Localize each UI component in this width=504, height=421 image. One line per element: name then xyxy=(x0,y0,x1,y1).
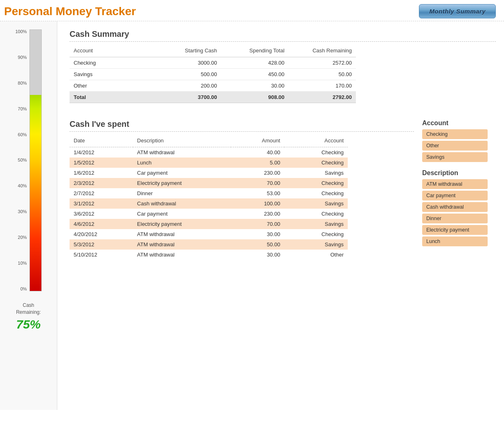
summary-starting: 3000.00 xyxy=(154,57,221,69)
description-filter-tag[interactable]: Lunch xyxy=(422,236,488,246)
spent-amount: 230.00 xyxy=(231,168,284,178)
spent-account: Checking xyxy=(284,147,348,158)
spent-account: Other xyxy=(284,250,348,260)
pct-20: 20% xyxy=(15,235,27,240)
summary-spending: 450.00 xyxy=(221,69,289,80)
gradient-bar-wrap xyxy=(29,29,42,291)
spent-amount: 30.00 xyxy=(231,250,284,260)
description-filter-tag[interactable]: ATM withdrawal xyxy=(422,179,488,189)
description-tags-container: ATM withdrawalCar paymentCash withdrawal… xyxy=(422,179,496,246)
unfilled-bar xyxy=(29,29,42,95)
total-spending: 908.00 xyxy=(221,92,289,103)
spent-divider xyxy=(70,131,414,132)
account-filter-tag[interactable]: Other xyxy=(422,141,488,151)
spent-row: 5/3/2012 ATM withdrawal 50.00 Savings xyxy=(70,239,348,250)
total-remaining: 2792.00 xyxy=(288,92,356,103)
cash-summary-header-row: Account Starting Cash Spending Total Cas… xyxy=(70,46,356,57)
spent-description: ATM withdrawal xyxy=(133,147,231,158)
spent-description: Dinner xyxy=(133,188,231,198)
app-title: Personal Money Tracker xyxy=(4,5,136,18)
main-content: Cash Summary Account Starting Cash Spend… xyxy=(57,21,504,410)
spent-description: Car payment xyxy=(133,168,231,178)
spent-table-wrap: Cash I've spent Date Description Amount … xyxy=(70,115,414,260)
pct-70: 70% xyxy=(15,107,27,111)
description-filter-tag[interactable]: Cash withdrawal xyxy=(422,202,488,212)
description-filter-tag[interactable]: Electricity payment xyxy=(422,225,488,235)
spent-row: 4/6/2012 Electricity payment 70.00 Savin… xyxy=(70,219,348,229)
col-remaining: Cash Remaining xyxy=(288,46,356,57)
spent-date: 1/6/2012 xyxy=(70,168,133,178)
spent-col-amount: Amount xyxy=(231,136,284,147)
spent-date: 1/4/2012 xyxy=(70,147,133,158)
description-filter-title: Description xyxy=(422,169,496,177)
summary-account: Checking xyxy=(70,57,154,69)
spent-description: Cash withdrawal xyxy=(133,198,231,209)
cash-summary-table: Account Starting Cash Spending Total Cas… xyxy=(70,46,356,103)
spent-amount: 50.00 xyxy=(231,239,284,250)
spent-row: 1/6/2012 Car payment 230.00 Savings xyxy=(70,168,348,178)
cash-summary-title: Cash Summary xyxy=(70,29,496,39)
cash-summary-row: Checking 3000.00 428.00 2572.00 xyxy=(70,57,356,69)
spent-account: Savings xyxy=(284,239,348,250)
spent-date: 3/6/2012 xyxy=(70,209,133,219)
summary-remaining: 50.00 xyxy=(288,69,356,80)
spent-description: ATM withdrawal xyxy=(133,229,231,239)
pct-40: 40% xyxy=(15,184,27,188)
account-filter-title: Account xyxy=(422,119,496,127)
spent-account: Savings xyxy=(284,168,348,178)
spent-description: ATM withdrawal xyxy=(133,250,231,260)
cash-remaining-label: CashRemaining: xyxy=(16,302,41,316)
summary-starting: 500.00 xyxy=(154,69,221,80)
cash-summary-row: Savings 500.00 450.00 50.00 xyxy=(70,69,356,80)
cash-summary-total-row: Total 3700.00 908.00 2792.00 xyxy=(70,92,356,103)
spent-description: Car payment xyxy=(133,209,231,219)
sidebar: 100% 90% 80% 70% 60% 50% 40% 30% 20% 10%… xyxy=(0,21,57,410)
description-filter-tag[interactable]: Dinner xyxy=(422,214,488,223)
spent-amount: 70.00 xyxy=(231,178,284,188)
pct-50: 50% xyxy=(15,158,27,162)
spent-description: ATM withdrawal xyxy=(133,239,231,250)
spent-row: 3/1/2012 Cash withdrawal 100.00 Savings xyxy=(70,198,348,209)
cash-summary-row: Other 200.00 30.00 170.00 xyxy=(70,80,356,92)
spent-row: 1/5/2012 Lunch 5.00 Checking xyxy=(70,158,348,168)
total-starting: 3700.00 xyxy=(154,92,221,103)
spent-date: 1/5/2012 xyxy=(70,158,133,168)
pct-80: 80% xyxy=(15,81,27,86)
col-account: Account xyxy=(70,46,154,57)
sidebar-footer: CashRemaining: 75% xyxy=(16,298,41,331)
pct-60: 60% xyxy=(15,133,27,137)
sidebar-percent-value: 75% xyxy=(16,317,41,331)
spent-date: 5/10/2012 xyxy=(70,250,133,260)
col-starting: Starting Cash xyxy=(154,46,221,57)
summary-account: Other xyxy=(70,80,154,92)
spent-account: Savings xyxy=(284,198,348,209)
spent-col-account: Account xyxy=(284,136,348,147)
spent-description: Electricity payment xyxy=(133,178,231,188)
spent-amount: 53.00 xyxy=(231,188,284,198)
summary-starting: 200.00 xyxy=(154,80,221,92)
pct-10: 10% xyxy=(15,261,27,266)
pct-30: 30% xyxy=(15,209,27,214)
spent-row: 4/20/2012 ATM withdrawal 30.00 Checking xyxy=(70,229,348,239)
spent-account: Checking xyxy=(284,178,348,188)
monthly-summary-button[interactable]: Monthly Summary xyxy=(419,4,496,18)
spent-date: 5/3/2012 xyxy=(70,239,133,250)
account-filter-tag[interactable]: Checking xyxy=(422,129,488,139)
description-filter-tag[interactable]: Car payment xyxy=(422,191,488,200)
spent-table: Date Description Amount Account 1/4/2012… xyxy=(70,136,348,260)
spent-amount: 100.00 xyxy=(231,198,284,209)
spent-col-description: Description xyxy=(133,136,231,147)
spent-col-date: Date xyxy=(70,136,133,147)
spent-account: Checking xyxy=(284,229,348,239)
pct-100: 100% xyxy=(15,29,27,34)
spent-amount: 230.00 xyxy=(231,209,284,219)
spent-row: 2/3/2012 Electricity payment 70.00 Check… xyxy=(70,178,348,188)
cash-spent-title: Cash I've spent xyxy=(70,119,414,129)
account-filter-tag[interactable]: Savings xyxy=(422,152,488,162)
summary-remaining: 170.00 xyxy=(288,80,356,92)
account-tags-container: CheckingOtherSavings xyxy=(422,129,496,162)
summary-spending: 30.00 xyxy=(221,80,289,92)
cash-summary-section: Cash Summary Account Starting Cash Spend… xyxy=(70,29,496,103)
filters-panel: Account CheckingOtherSavings Description… xyxy=(414,115,496,248)
spent-section: Cash I've spent Date Description Amount … xyxy=(70,115,496,260)
